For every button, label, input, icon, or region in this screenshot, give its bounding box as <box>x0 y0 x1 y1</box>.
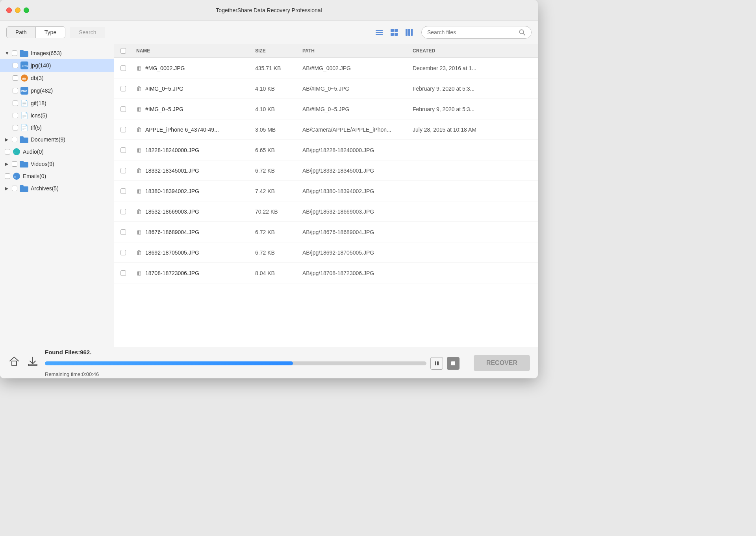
row-checkbox-2[interactable] <box>120 106 126 112</box>
search-box <box>421 26 532 39</box>
fullscreen-button[interactable] <box>24 7 29 13</box>
file-created: December 23, 2016 at 1... <box>413 65 532 71</box>
jpg-checkbox[interactable] <box>13 63 18 68</box>
row-checkbox-0[interactable] <box>120 65 126 71</box>
emails-checkbox[interactable] <box>5 173 10 179</box>
file-path: AB/jpg/18380-18394002.JPG <box>302 188 413 194</box>
table-row[interactable]: 🗑 18692-18705005.JPG 6.72 KB AB/jpg/1869… <box>114 242 538 263</box>
file-size: 6.65 KB <box>255 147 302 153</box>
traffic-lights <box>6 7 29 13</box>
header-check <box>120 48 136 54</box>
minimize-button[interactable] <box>15 7 20 13</box>
app-title: TogetherShare Data Recovery Professional <box>216 7 322 13</box>
sidebar-item-gif[interactable]: 📄 gif(18) <box>0 97 114 109</box>
row-checkbox-9[interactable] <box>120 250 126 255</box>
svg-rect-2 <box>376 34 383 35</box>
row-checkbox-5[interactable] <box>120 168 126 173</box>
tab-path[interactable]: Path <box>7 27 36 38</box>
header-created: CREATED <box>413 48 532 54</box>
download-button[interactable] <box>27 355 39 370</box>
tif-label: tif(5) <box>31 125 42 131</box>
sidebar-item-jpg[interactable]: JPG jpg(140) <box>0 59 114 72</box>
emails-label: Emails(0) <box>23 173 46 179</box>
stop-icon <box>451 361 456 366</box>
row-checkbox-1[interactable] <box>120 86 126 91</box>
sidebar-item-archives[interactable]: ▶ Archives(5) <box>0 182 114 194</box>
home-button[interactable] <box>8 355 20 370</box>
file-name: 18692-18705005.JPG <box>145 249 199 256</box>
main-content: ▼ Images(653) JPG jpg(140) db db(3) <box>0 44 538 347</box>
search-input[interactable] <box>427 29 519 35</box>
archives-checkbox[interactable] <box>12 186 17 191</box>
db-checkbox[interactable] <box>13 75 18 81</box>
file-size: 7.42 KB <box>255 188 302 194</box>
row-checkbox-10[interactable] <box>120 270 126 276</box>
sidebar-item-documents[interactable]: ▶ Documents(9) <box>0 134 114 145</box>
images-checkbox[interactable] <box>12 50 17 56</box>
file-name: APPLE_iPhone 6_43740-49... <box>145 127 219 133</box>
recover-button[interactable]: RECOVER <box>474 355 530 371</box>
table-row[interactable]: 🗑 APPLE_iPhone 6_43740-49... 3.05 MB AB/… <box>114 119 538 140</box>
icns-icon: 📄 <box>20 112 28 119</box>
progress-bar-container <box>45 357 460 370</box>
sidebar-item-icns[interactable]: 📄 icns(5) <box>0 109 114 121</box>
icns-checkbox[interactable] <box>13 113 18 118</box>
titlebar: TogetherShare Data Recovery Professional <box>0 0 538 20</box>
progress-area: Found Files:962. Remaining time:0:00:46 <box>45 349 460 377</box>
png-icon: PNG <box>20 87 28 95</box>
delete-icon: 🗑 <box>136 229 142 235</box>
svg-rect-33 <box>437 361 439 365</box>
table-row[interactable]: 🗑 18532-18669003.JPG 70.22 KB AB/jpg/185… <box>114 201 538 222</box>
sidebar-item-tif[interactable]: 📄 tif(5) <box>0 121 114 134</box>
sidebar-item-db[interactable]: db db(3) <box>0 72 114 84</box>
close-button[interactable] <box>6 7 12 13</box>
emails-icon: ✉ <box>13 172 20 180</box>
table-row[interactable]: 🗑 18228-18240000.JPG 6.65 KB AB/jpg/1822… <box>114 140 538 160</box>
table-row[interactable]: 🗑 18380-18394002.JPG 7.42 KB AB/jpg/1838… <box>114 181 538 201</box>
table-row[interactable]: 🗑 18708-18723006.JPG 8.04 KB AB/jpg/1870… <box>114 263 538 283</box>
table-row[interactable]: 🗑 #IMG_0~5.JPG 4.10 KB AB/#IMG_0~5.JPG F… <box>114 78 538 99</box>
row-checkbox-4[interactable] <box>120 147 126 153</box>
select-all-checkbox[interactable] <box>120 48 126 54</box>
row-checkbox-6[interactable] <box>120 188 126 194</box>
images-label: Images(653) <box>31 50 62 56</box>
svg-rect-30 <box>12 361 17 366</box>
tab-search[interactable]: Search <box>70 27 105 38</box>
svg-rect-29 <box>20 185 24 188</box>
table-row[interactable]: 🗑 #IMG_0~5.JPG 4.10 KB AB/#IMG_0~5.JPG F… <box>114 99 538 119</box>
tif-checkbox[interactable] <box>13 125 18 130</box>
sidebar-item-videos[interactable]: ▶ Videos(9) <box>0 158 114 170</box>
stop-button[interactable] <box>447 357 460 370</box>
table-row[interactable]: 🗑 18676-18689004.JPG 6.72 KB AB/jpg/1867… <box>114 222 538 242</box>
delete-icon: 🗑 <box>136 65 142 71</box>
sidebar-item-png[interactable]: PNG png(482) <box>0 84 114 97</box>
svg-rect-8 <box>408 29 410 36</box>
file-path: AB/#IMG_0~5.JPG <box>302 86 413 92</box>
row-checkbox-3[interactable] <box>120 127 126 132</box>
view-columns-button[interactable] <box>403 26 415 38</box>
sidebar-item-images[interactable]: ▼ Images(653) <box>0 47 114 59</box>
tab-type[interactable]: Type <box>36 27 65 38</box>
png-checkbox[interactable] <box>13 88 18 93</box>
sidebar-item-emails[interactable]: ✉ Emails(0) <box>0 170 114 182</box>
videos-checkbox[interactable] <box>12 161 17 167</box>
pause-button[interactable] <box>430 357 443 370</box>
documents-checkbox[interactable] <box>12 137 17 142</box>
file-name: 18228-18240000.JPG <box>145 147 199 153</box>
delete-icon: 🗑 <box>136 126 142 133</box>
gif-checkbox[interactable] <box>13 100 18 106</box>
audio-checkbox[interactable] <box>5 149 10 154</box>
jpg-icon: JPG <box>20 61 28 69</box>
file-path: AB/jpg/18708-18723006.JPG <box>302 270 413 276</box>
file-name: #IMG_0~5.JPG <box>145 86 183 92</box>
view-grid-button[interactable] <box>388 26 400 38</box>
table-row[interactable]: 🗑 18332-18345001.JPG 6.72 KB AB/jpg/1833… <box>114 160 538 181</box>
row-checkbox-7[interactable] <box>120 209 126 214</box>
table-row[interactable]: 🗑 #MG_0002.JPG 435.71 KB AB/#MG_0002.JPG… <box>114 58 538 78</box>
sidebar-item-audio[interactable]: ♪ Audio(0) <box>0 145 114 158</box>
view-list-button[interactable] <box>373 26 385 38</box>
svg-rect-4 <box>395 29 398 32</box>
svg-rect-7 <box>406 29 408 36</box>
file-size: 70.22 KB <box>255 208 302 215</box>
row-checkbox-8[interactable] <box>120 229 126 235</box>
